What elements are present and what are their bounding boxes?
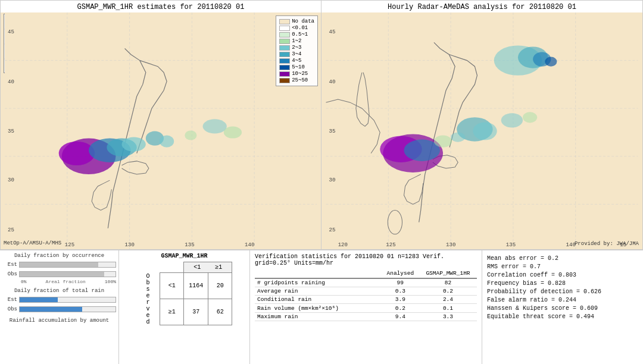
stats-row: # gridpoints raining 99 82	[255, 278, 477, 287]
correlation: Correlation coeff = 0.803	[487, 272, 638, 278]
col-label-header	[255, 269, 382, 278]
svg-text:35: 35	[8, 128, 14, 134]
rms-error: RMS error = 0.7	[487, 263, 638, 270]
left-map-watermark: MetOp-A/AMSU-A/MHS	[4, 240, 61, 246]
svg-point-62	[545, 57, 557, 67]
stats-row-label: Conditional rain	[255, 296, 382, 304]
svg-point-34	[122, 137, 146, 152]
contingency-header: <1 ≥1	[184, 262, 232, 273]
stats-row-label: Maximum rain	[255, 313, 382, 321]
svg-text:45: 45	[8, 29, 14, 35]
stats-row: Rain volume (mm×km²×10⁶) 0.2 0.1	[255, 304, 477, 313]
chart1-container: Est Obs 0% Areal fraction 100%	[2, 260, 116, 284]
provided-label: Provided by: JWA/JMA	[575, 241, 639, 247]
svg-text:135: 135	[185, 241, 194, 248]
svg-text:130: 130	[446, 241, 455, 248]
svg-text:125: 125	[386, 241, 395, 248]
stats-row-gsmap: 3.3	[419, 313, 477, 321]
svg-text:45: 45	[329, 29, 336, 35]
svg-point-38	[224, 126, 242, 138]
bottom-left-charts: Daily fraction by occurrence Est Obs 0%	[0, 250, 119, 364]
false-alarm: False alarm ratio = 0.244	[487, 297, 638, 303]
legend-panel: No data <0.01 0.5~1 1~2 2~3 3~4 4~5 5~10…	[276, 15, 318, 86]
stats-row-label: # gridpoints raining	[255, 278, 382, 287]
est2-bar-fill	[20, 297, 58, 302]
svg-text:140: 140	[245, 241, 254, 248]
stats-row: Maximum rain 9.4 3.3	[255, 313, 477, 321]
stats-row-analysed: 0.3	[382, 287, 419, 296]
est2-bar-track	[19, 297, 116, 303]
val-d: 62	[208, 299, 232, 325]
svg-text:120: 120	[338, 241, 348, 248]
obs2-bar-track	[19, 306, 116, 312]
svg-point-37	[203, 119, 227, 133]
stats-row-analysed: 9.4	[382, 313, 419, 321]
stats-row-gsmap: 2.4	[419, 296, 477, 304]
axis-mid: Areal fraction	[27, 279, 105, 284]
right-map-svg: 45 40 35 30 25 120 125 130 135 140 15	[322, 12, 642, 249]
main-container: GSMAP_MWR_1HR estimates for 20110820 01	[0, 0, 643, 364]
chart3-title: Rainfall accumulation by amount	[2, 318, 116, 324]
chart1-title: Daily fraction by occurrence	[2, 253, 116, 259]
row-lt1-label: <1	[160, 273, 184, 299]
bottom-section: Daily fraction by occurrence Est Obs 0%	[0, 250, 643, 364]
obs-bar-track	[19, 271, 116, 277]
left-map-svg: 45 40 35 30 25 125 130 135 140	[1, 12, 321, 249]
val-b: 20	[208, 273, 232, 299]
chart2-container: Est Obs	[2, 295, 116, 314]
obs2-label: Obs	[2, 306, 19, 312]
bottom-stats: Verification statistics for 20110820 01 …	[250, 250, 482, 364]
row-ge1-label: ≥1	[160, 299, 184, 325]
obs-bar-fill	[20, 272, 104, 277]
stats-row: Conditional rain 3.9 2.4	[255, 296, 477, 304]
col-gsmap-header: GSMAP_MWR_1HR	[419, 269, 477, 278]
svg-text:30: 30	[8, 177, 14, 183]
obs-label: Obs	[2, 271, 19, 277]
left-map-title: GSMAP_MWR_1HR estimates for 20110820 01	[1, 1, 321, 12]
svg-point-69	[451, 133, 465, 142]
est-label: Est	[2, 262, 19, 268]
freq-bias: Frequency bias = 0.828	[487, 280, 638, 287]
prob-detection: Probability of detection = 0.626	[487, 288, 638, 295]
svg-text:30: 30	[329, 177, 336, 183]
svg-point-70	[501, 113, 523, 127]
stats-table: Analysed GSMAP_MWR_1HR # gridpoints rain…	[255, 269, 477, 321]
chart2-title: Daily fraction of total rain	[2, 288, 116, 294]
axis-end: 100%	[105, 279, 116, 284]
svg-text:25: 25	[8, 227, 14, 233]
stats-row-analysed: 0.2	[382, 304, 419, 313]
est2-bar-row: Est	[2, 296, 116, 304]
bottom-middle-contingency: GSMAP_MWR_1HR <1 ≥1 O b s e r v e d <1	[119, 250, 250, 364]
est-bar-track	[19, 262, 116, 268]
obs-bar-row: Obs	[2, 270, 116, 278]
bar-axis: 0% Areal fraction 100%	[21, 279, 116, 284]
hanssen: Hanssen & Kuipers score = 0.609	[487, 305, 638, 312]
stats-row-gsmap: 0.2	[419, 287, 477, 296]
right-map-panel: Hourly Radar-AMeDAS analysis for 2011082…	[322, 0, 643, 250]
stats-row-analysed: 99	[382, 278, 419, 287]
stats-row-gsmap: 82	[419, 278, 477, 287]
svg-text:40: 40	[329, 79, 336, 85]
stats-row: Average rain 0.3 0.2	[255, 287, 477, 296]
val-c: 37	[184, 299, 208, 325]
svg-text:130: 130	[125, 241, 135, 248]
est-bar-row: Est	[2, 261, 116, 269]
svg-point-36	[160, 136, 174, 148]
est-bar-fill	[20, 262, 98, 267]
svg-text:25: 25	[329, 227, 336, 233]
col-analysed-header: Analysed	[382, 269, 419, 278]
axis-start: 0%	[21, 279, 27, 284]
svg-text:35: 35	[329, 128, 336, 134]
equitable: Equitable threat score = 0.494	[487, 313, 638, 320]
contingency-title: GSMAP_MWR_1HR	[121, 253, 247, 259]
svg-point-71	[523, 112, 537, 123]
obs2-bar-row: Obs	[2, 305, 116, 313]
stats-row-analysed: 3.9	[382, 296, 419, 304]
stats-row-label: Average rain	[255, 287, 382, 296]
svg-point-67	[473, 122, 497, 140]
svg-text:125: 125	[65, 241, 74, 248]
val-a: 1164	[184, 273, 208, 299]
svg-text:135: 135	[506, 241, 516, 248]
svg-rect-21	[5, 12, 317, 249]
mean-abs-error: Mean abs error = 0.2	[487, 255, 638, 262]
